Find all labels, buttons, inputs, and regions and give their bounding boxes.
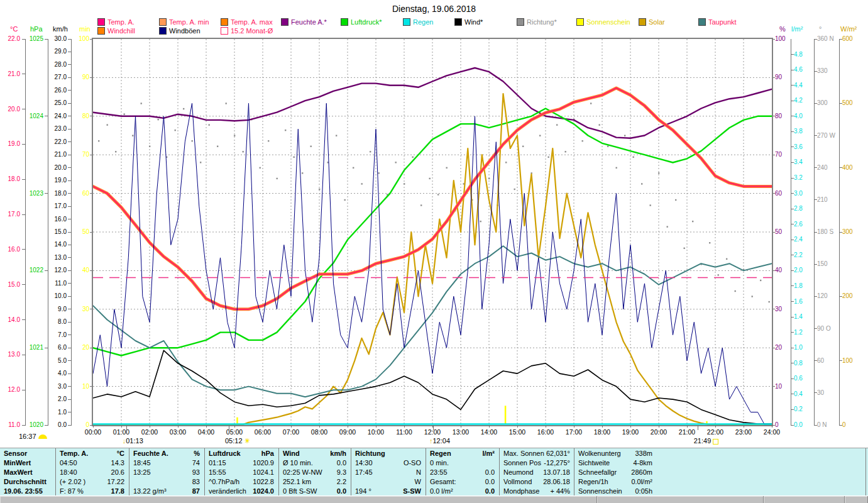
table-cell-value: 17.22 [107, 477, 124, 487]
axis-tick-degc [22, 249, 25, 250]
axis-ticklabel-lm2: 2.6 [794, 221, 803, 228]
axis-tick-degc [22, 319, 25, 320]
axis-ticklabel-wm2: 100 [842, 358, 853, 364]
axis-tick-kmh [68, 52, 71, 52]
table-row: 02:25 W-NW9.3 [283, 468, 346, 477]
legend-swatch-icon [517, 18, 524, 26]
event-tick [433, 425, 434, 430]
axis-ticklabel-kmh: 18.0 [41, 191, 67, 197]
axis-tick-degc [22, 390, 25, 390]
table-header-unit: l/m² [482, 449, 495, 458]
time-label: 05:00 [222, 428, 247, 436]
table-cell-value: 0.0 [485, 477, 495, 487]
table-cell-label: 0 min. [430, 458, 449, 468]
info-value: 0:05h [635, 487, 652, 496]
event-tick [126, 425, 127, 430]
time-tick [687, 425, 688, 428]
axis-line-wm2 [839, 39, 840, 426]
table-row: 252.1 km2.2 [283, 477, 346, 487]
axis-ticklabel-kmh: 11.0 [41, 280, 67, 287]
table-row: 13.22 g/m³87 [133, 487, 200, 496]
summary-table: SensorMinWertMaxWertDurchschnitt19.06. 2… [0, 448, 868, 496]
table-cell-label: 15:55 [209, 468, 226, 477]
axis-ticklabel-kmh: 20.0 [41, 165, 67, 171]
axis-ticklabel-kmh: 24.0 [41, 113, 67, 119]
legend-label: Temp. A. max [231, 18, 273, 26]
axis-ticklabel-hpa: 1025 [18, 36, 43, 42]
axis-ticklabel-kmh: 3.0 [41, 384, 67, 390]
table-cell-value: W [415, 477, 421, 487]
legend-item-feuchte-a-: Feuchte A.* [281, 18, 327, 26]
axis-tick-kmh [68, 399, 71, 400]
legend-item-solar: Solar [639, 18, 665, 26]
axis-ticklabel-kmh: 19.0 [41, 177, 67, 184]
table-header-unit: % [194, 449, 200, 458]
time-tick [546, 425, 546, 428]
time-label: 00:00 [80, 428, 106, 436]
axis-ticklabel-deg: 180 S [817, 229, 833, 235]
axis-ticklabel-pct: 50 [775, 229, 782, 235]
legend-label: Regen [413, 18, 433, 26]
table-cell-label: veränderlich [209, 487, 246, 496]
axis-ticklabel-deg: 360 N [817, 36, 834, 42]
table-header-regen: Regenl/m² [430, 449, 495, 458]
axis-ticklabel-kmh: 7.0 [41, 332, 67, 338]
table-row: Ø 10 min.0.0 [283, 458, 346, 468]
axis-ticklabel-lm2: 3.2 [794, 175, 803, 181]
table-header-sensor: Sensor [4, 449, 27, 458]
table-header-name: Feuchte A. [133, 449, 168, 458]
legend-label: Windböen [169, 27, 201, 35]
axis-header-kmh: km/h [53, 25, 68, 33]
table-rowlabel: MinWert [4, 458, 31, 468]
table-row: 0 min. [430, 458, 495, 468]
legend-item-richtung-: Richtung* [517, 18, 557, 26]
axis-ticklabel-hpa: 1020 [18, 422, 43, 428]
axis-tick-degc [22, 179, 25, 180]
axis-tick-degc [22, 109, 25, 109]
axis-header-lm2: l/m² [791, 25, 803, 33]
info-value: 4-8km [633, 458, 652, 468]
axis-header-degc: °C [10, 25, 18, 33]
axis-tick-kmh [68, 373, 71, 374]
time-tick [630, 425, 631, 428]
table-row: (+ 2.02 )17.22 [60, 477, 124, 487]
axis-ticklabel-kmh: 12.0 [41, 267, 67, 274]
table-divider [278, 448, 279, 496]
moonrise-arrow-icon: ↑ [429, 437, 433, 445]
axis-ticklabel-kmh: 5.0 [41, 358, 67, 364]
axis-tick-kmh [68, 219, 71, 219]
axis-ticklabel-pct: 20 [775, 345, 782, 351]
table-row: 83 [133, 477, 200, 487]
time-tick [206, 425, 207, 428]
time-tick [263, 425, 263, 428]
table-cell-value: 0.0 [485, 487, 495, 496]
table-cell-label: ^0.7hPa/h [209, 477, 239, 487]
table-cell-value: 9.3 [337, 468, 346, 477]
time-label: 21:00 [674, 428, 700, 436]
table-header-unit: hPa [261, 449, 274, 458]
axis-ticklabel-hpa: 1022 [18, 267, 43, 274]
table-cell-label: (+ 2.02 ) [60, 477, 85, 487]
table-header-feuchte-a-: Feuchte A.% [133, 449, 200, 458]
table-cell-value: 1024.0 [253, 487, 274, 496]
bottom-left-time-annotation: 16:37 [19, 433, 47, 440]
table-divider [426, 448, 426, 496]
axis-ticklabel-min: 20 [64, 345, 89, 351]
axis-tick-kmh [68, 180, 71, 181]
axis-ticklabel-degc: 17.0 [0, 211, 20, 218]
table-cell-label: 18:45 [133, 458, 151, 468]
table-header-wind: Windkm/h [283, 449, 346, 458]
legend-swatch-icon [221, 27, 228, 35]
time-tick [376, 425, 376, 428]
table-cell-label: 13.22 g/m³ [133, 487, 167, 496]
axis-ticklabel-degc: 18.0 [0, 176, 20, 182]
table-header-luftdruck: LuftdruckhPa [209, 449, 274, 458]
info-label: Sonnenschein [578, 487, 622, 496]
axis-ticklabel-kmh: 21.0 [41, 152, 67, 158]
legend-item-temp-a-: Temp. A. [97, 18, 135, 26]
axis-ticklabel-deg: 330 [817, 68, 828, 74]
axis-ticklabel-lm2: 0.6 [794, 375, 803, 382]
info-value: 13.07.18 [543, 468, 570, 477]
axis-ticklabel-degc: 12.0 [0, 387, 20, 393]
table-row: veränderlich1024.0 [209, 487, 274, 496]
